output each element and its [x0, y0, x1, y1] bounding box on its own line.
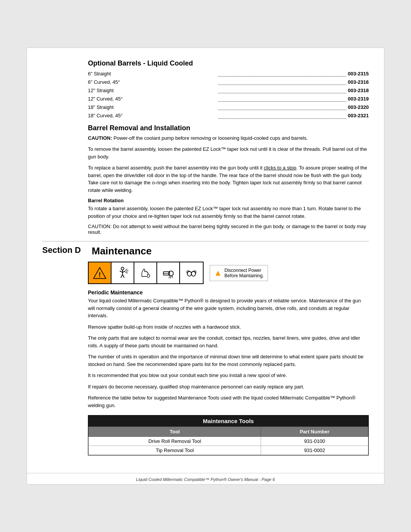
svg-point-17: [187, 271, 191, 276]
disconnect-sublabel: Before Maintaining.: [225, 273, 264, 278]
part-dots: [218, 95, 347, 102]
part-name: 6" Straight: [88, 70, 217, 78]
caution-text-2: CAUTION: Do not attempt to weld without …: [88, 224, 369, 235]
part-name: 18" Curved, 45°: [88, 112, 217, 120]
part-number: 003-2319: [348, 95, 369, 103]
tools-table: Tool Part Number Drive Roll Removal Tool…: [88, 427, 368, 455]
part-number: 003-2320: [348, 103, 369, 112]
svg-line-16: [172, 275, 173, 278]
svg-line-7: [123, 274, 124, 278]
caution-body-2: Do not attempt to weld without the barre…: [88, 224, 366, 235]
disconnect-text: Disconnect Power Before Maintaining.: [225, 268, 264, 278]
barrel-para-2: To replace a barrel assembly, push the b…: [88, 164, 369, 194]
part-name: 12" Curved, 45°: [88, 95, 217, 103]
pm-para-6: If repairs do become necessary, qualifie…: [88, 383, 369, 391]
part-row: 18" Straight 003-2320: [88, 103, 369, 112]
part-number: 003-2316: [348, 78, 369, 86]
safety-icons-group: !: [88, 262, 204, 284]
gloves-icon: [134, 262, 157, 283]
svg-text:!: !: [99, 271, 101, 278]
gloves-svg: [139, 266, 152, 280]
svg-line-6: [121, 274, 123, 278]
caution-label-1: CAUTION:: [88, 135, 112, 141]
optional-barrels-title: Optional Barrels - Liquid Cooled: [88, 59, 369, 67]
tools-col-tool: Tool: [89, 427, 261, 437]
disconnect-label: Disconnect Power: [225, 268, 264, 273]
pm-para-5: It is recommended that you blow out your…: [88, 372, 369, 379]
footer: Liquid Cooled Millermatic Compatible™ Py…: [27, 473, 384, 484]
svg-line-15: [170, 276, 171, 278]
eye-protection-icon: [180, 262, 203, 283]
sparks-person-icon: [112, 262, 134, 283]
footer-text: Liquid Cooled Millermatic Compatible™ Py…: [136, 477, 275, 482]
part-dots: [218, 112, 347, 118]
table-row: Drive Roll Removal Tool 931-0100: [89, 437, 368, 446]
svg-line-14: [169, 276, 170, 278]
sparks-svg: [116, 266, 129, 280]
caution-label-2: CAUTION:: [88, 224, 112, 229]
tool-name: Tip Removal Tool: [89, 446, 261, 455]
part-row: 12" Straight 003-2318: [88, 86, 369, 95]
pm-para-2: Remove spatter build-up from inside of n…: [88, 323, 369, 331]
maintenance-content: Maintenance !: [88, 245, 369, 455]
pm-para-3: The only parts that are subject to norma…: [88, 334, 369, 349]
part-number: 003-2321: [348, 112, 369, 120]
svg-point-2: [121, 267, 124, 270]
pm-para-4: The number of units in operation and the…: [88, 353, 369, 368]
part-dots: [218, 78, 347, 85]
barrel-para-2a: To replace a barrel assembly, push the b…: [88, 165, 264, 171]
warning-icon: !: [89, 262, 112, 283]
part-dots: [218, 103, 347, 110]
table-row: Tip Removal Tool 931-0002: [89, 446, 368, 455]
part-name: 6" Curved, 45°: [88, 78, 217, 86]
barrel-para-1: To remove the barrel assembly, loosen th…: [88, 145, 369, 160]
svg-line-5: [123, 271, 125, 272]
pm-para-1: Your liquid cooled Millermatic Compatibl…: [88, 297, 369, 320]
page: Optional Barrels - Liquid Cooled 6" Stra…: [0, 0, 411, 532]
part-number: 003-2318: [348, 86, 369, 95]
goggles-svg: [185, 266, 198, 280]
part-dots: [218, 70, 347, 77]
svg-point-18: [191, 271, 196, 276]
periodic-maintenance-title: Periodic Maintenance: [88, 289, 369, 296]
tools-table-body: Drive Roll Removal Tool 931-0100 Tip Rem…: [89, 437, 368, 455]
svg-line-8: [125, 269, 127, 270]
part-row: 6" Straight 003-2315: [88, 70, 369, 78]
part-name: 12" Straight: [88, 86, 217, 95]
tools-table-header-row: Tool Part Number: [89, 427, 368, 437]
part-dots: [218, 86, 347, 93]
svg-line-9: [126, 270, 128, 271]
optional-barrels-section: Optional Barrels - Liquid Cooled 6" Stra…: [42, 59, 369, 235]
part-number: 003-2315: [348, 70, 369, 78]
caution-body-1: Power-off the coolant pump before removi…: [113, 135, 308, 141]
section-d-row: Section D Maintenance !: [42, 245, 369, 455]
barrel-removal-title: Barrel Removal and Installation: [88, 124, 369, 132]
grinder-icon: [157, 262, 180, 283]
document: Optional Barrels - Liquid Cooled 6" Stra…: [27, 48, 384, 484]
warning-triangle-svg: !: [93, 266, 107, 280]
section-divider: [42, 241, 369, 241]
pm-para-7: Reference the table below for suggested …: [88, 394, 369, 409]
tools-col-part-number: Part Number: [261, 427, 368, 437]
tool-part-number: 931-0100: [261, 437, 368, 446]
maintenance-title: Maintenance: [92, 245, 152, 257]
maintenance-title-row: Maintenance: [88, 245, 369, 257]
maintenance-tools-table-wrapper: Maintenance Tools Tool Part Number Drive…: [88, 415, 369, 455]
barrel-para-2-underline: clicks to a stop: [264, 165, 296, 171]
barrel-rotation-title: Barrel Rotation: [88, 198, 369, 203]
caution-block-2: CAUTION: Do not attempt to weld without …: [88, 224, 369, 235]
part-row: 6" Curved, 45° 003-2316: [88, 78, 369, 86]
caution-block-1: CAUTION: Power-off the coolant pump befo…: [88, 134, 369, 142]
section-d-label: Section D: [42, 245, 88, 455]
tool-part-number: 931-0002: [261, 446, 368, 455]
disconnect-power-box: ▲ Disconnect Power Before Maintaining.: [210, 265, 268, 281]
caution-text-1: CAUTION: Power-off the coolant pump befo…: [88, 134, 369, 142]
icons-row: !: [88, 262, 369, 284]
section-d-heading: Section D: [42, 245, 88, 255]
svg-line-10: [125, 272, 127, 273]
part-row: 12" Curved, 45° 003-2319: [88, 95, 369, 103]
part-name: 18" Straight: [88, 103, 217, 112]
disconnect-warning-icon: ▲: [214, 268, 222, 278]
barrel-rotation-text: To rotate a barrel assembly, loosen the …: [88, 205, 369, 220]
tools-table-title: Maintenance Tools: [88, 415, 368, 427]
